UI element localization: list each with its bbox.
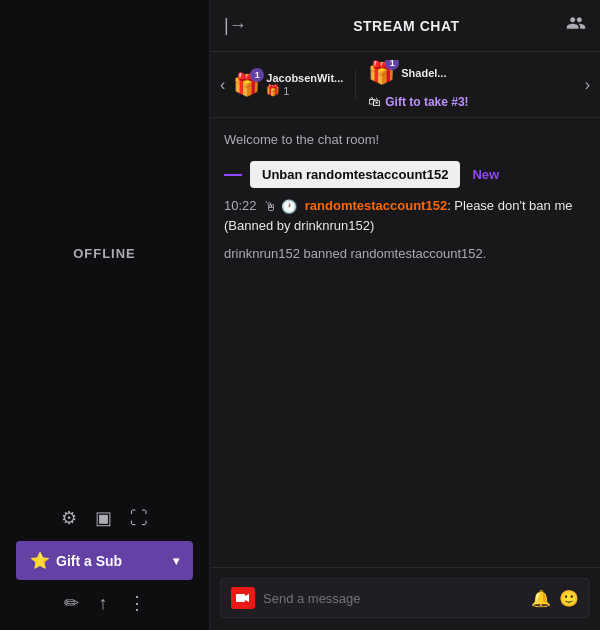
gift-badge-1: 1 — [250, 68, 264, 82]
svg-marker-1 — [245, 594, 249, 602]
gift-icon-badge-1: 🎁 1 — [233, 72, 260, 98]
back-arrow-icon: |→ — [224, 15, 247, 36]
gift-icon-badge-2: 🎁 1 — [368, 60, 395, 86]
pencil-icon[interactable]: ✏ — [64, 592, 79, 614]
chat-input[interactable] — [263, 591, 523, 606]
chat-username[interactable]: randomtestaccount152 — [305, 198, 447, 213]
chat-input-icons: 🔔 🙂 — [531, 589, 579, 608]
emoji-icon[interactable]: 🙂 — [559, 589, 579, 608]
chat-back-button[interactable]: |→ — [224, 15, 247, 36]
unban-popup-container: Unban randomtestaccount152 New — [224, 161, 586, 188]
clock-icon: 🕐 — [281, 197, 297, 217]
gift-take-label: Gift to take #3! — [385, 95, 468, 109]
cursor-icon: 🖱 — [264, 197, 277, 217]
gift-item-2: 🎁 1 Shadel... 🛍 Gift to take #3! — [368, 60, 468, 109]
chat-panel: |→ STREAM CHAT ‹ 🎁 1 JacobsenWit... 🎁 — [210, 0, 600, 630]
chat-title: STREAM CHAT — [247, 18, 566, 34]
banner-right-arrow[interactable]: › — [581, 76, 594, 94]
star-icon: ⭐ — [30, 551, 50, 570]
unban-popup[interactable]: Unban randomtestaccount152 — [250, 161, 460, 188]
users-icon[interactable] — [566, 13, 586, 38]
fullscreen-icon[interactable]: ⛶ — [130, 508, 148, 529]
gift-sub-icon-1: 🎁 — [266, 84, 280, 97]
gift-item1-name: JacobsenWit... — [266, 72, 343, 84]
gift-item1-sub: 🎁 1 — [266, 84, 343, 97]
gift-sub-label: Gift a Sub — [56, 553, 122, 569]
gift-badge-2: 1 — [385, 60, 399, 70]
gift-banner-items: 🎁 1 JacobsenWit... 🎁 1 🎁 — [233, 60, 576, 109]
offline-section: OFFLINE — [73, 0, 136, 507]
chat-header: |→ STREAM CHAT — [210, 0, 600, 52]
layout-icon[interactable]: ▣ — [95, 507, 112, 529]
gift-bag-icon: 🛍 — [368, 94, 381, 109]
new-badge: New — [472, 167, 499, 182]
chat-message: 10:22 🖱 🕐 randomtestaccount152: Please d… — [224, 196, 586, 236]
chat-input-box: 🔔 🙂 — [220, 578, 590, 618]
more-icon[interactable]: ⋮ — [128, 592, 146, 614]
sidebar-action-row: ✏ ↑ ⋮ — [64, 592, 146, 614]
message-time: 10:22 — [224, 198, 257, 213]
banner-divider — [355, 70, 356, 100]
share-icon[interactable]: ↑ — [99, 593, 108, 614]
gift-item1-count: 1 — [283, 85, 289, 97]
gift-item-1: 🎁 1 JacobsenWit... 🎁 1 — [233, 72, 343, 98]
svg-rect-0 — [236, 594, 245, 602]
gift-sub-button[interactable]: ⭐ Gift a Sub ▾ — [16, 541, 193, 580]
unban-line — [224, 174, 242, 176]
settings-icon[interactable]: ⚙ — [61, 507, 77, 529]
chat-input-area: 🔔 🙂 — [210, 567, 600, 630]
sidebar-bottom: ⚙ ▣ ⛶ ⭐ Gift a Sub ▾ ✏ ↑ ⋮ — [0, 507, 209, 614]
camera-icon[interactable] — [231, 587, 255, 609]
gift-item2-name: Shadel... — [401, 67, 446, 79]
message-icons: 🖱 🕐 — [264, 197, 297, 217]
banner-left-arrow[interactable]: ‹ — [216, 76, 229, 94]
sidebar: OFFLINE ⚙ ▣ ⛶ ⭐ Gift a Sub ▾ ✏ ↑ ⋮ — [0, 0, 210, 630]
sidebar-icons-row: ⚙ ▣ ⛶ — [61, 507, 148, 529]
gift-item1-info: JacobsenWit... 🎁 1 — [266, 72, 343, 97]
welcome-message: Welcome to the chat room! — [224, 132, 586, 147]
offline-label: OFFLINE — [73, 246, 136, 261]
gift-banner: ‹ 🎁 1 JacobsenWit... 🎁 1 — [210, 52, 600, 118]
bell-icon[interactable]: 🔔 — [531, 589, 551, 608]
ban-notice: drinknrun152 banned randomtestaccount152… — [224, 246, 586, 261]
chat-body: Welcome to the chat room! Unban randomte… — [210, 118, 600, 567]
gift-sub-btn-left: ⭐ Gift a Sub — [30, 551, 122, 570]
chevron-down-icon: ▾ — [173, 554, 179, 568]
